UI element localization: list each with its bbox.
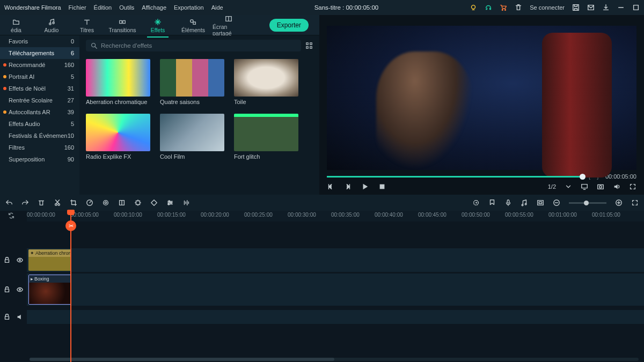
zoom-in-icon[interactable] bbox=[615, 199, 623, 206]
scissors-icon[interactable]: ✂ bbox=[65, 220, 76, 231]
speed-icon[interactable] bbox=[86, 199, 93, 206]
effect-item-5[interactable]: Fort glitch bbox=[234, 114, 298, 160]
effect-item-2[interactable]: Toile bbox=[234, 59, 298, 105]
svg-point-26 bbox=[105, 202, 107, 204]
effect-item-1[interactable]: Quatre saisons bbox=[160, 59, 224, 105]
track-body[interactable]: ▸Boxing bbox=[27, 274, 644, 306]
prev-frame-icon[interactable] bbox=[327, 183, 334, 190]
titlebar: Wondershare Filmora Fichier Édition Outi… bbox=[0, 0, 644, 15]
tab-titres[interactable]: Titres bbox=[71, 17, 103, 33]
sidebar-item-5[interactable]: Rentrée Scolaire27 bbox=[0, 94, 79, 106]
export-button[interactable]: Exporter bbox=[269, 19, 309, 32]
effect-clip[interactable]: ✦Aberration chrom bbox=[28, 249, 71, 271]
eye-icon[interactable] bbox=[16, 286, 24, 293]
voiceover-icon[interactable] bbox=[504, 199, 512, 206]
mail-icon[interactable] bbox=[587, 4, 595, 11]
zoom-out-icon[interactable] bbox=[553, 199, 560, 206]
tab-effets[interactable]: Effets bbox=[142, 17, 174, 33]
redo-icon[interactable] bbox=[21, 199, 29, 206]
snapshot-icon[interactable] bbox=[597, 183, 604, 190]
sidebar-item-1[interactable]: Téléchargements6 bbox=[0, 47, 79, 59]
sidebar-item-0[interactable]: Favoris0 bbox=[0, 35, 79, 47]
grid-view-icon[interactable] bbox=[305, 42, 313, 49]
minimize-icon[interactable] bbox=[617, 4, 625, 11]
menu-affichage[interactable]: Affichage bbox=[142, 4, 166, 11]
audio-sync-icon[interactable] bbox=[182, 199, 190, 206]
audio-mixer-icon[interactable] bbox=[521, 199, 528, 206]
sidebar-item-7[interactable]: Effets Audio5 bbox=[0, 118, 79, 130]
effect-item-3[interactable]: Radio Explike FX bbox=[86, 114, 150, 160]
sidebar-item-2[interactable]: Recommandé160 bbox=[0, 59, 79, 71]
sidebar-item-6[interactable]: Autocollants AR39 bbox=[0, 106, 79, 118]
preview-scrubber[interactable] bbox=[327, 176, 583, 178]
tab-elements[interactable]: Éléments bbox=[177, 17, 209, 33]
sidebar-item-3[interactable]: Portrait AI5 bbox=[0, 71, 79, 83]
eye-icon[interactable] bbox=[16, 256, 24, 264]
headset-icon[interactable] bbox=[485, 4, 492, 11]
crop-icon[interactable] bbox=[70, 199, 77, 206]
sidebar-item-9[interactable]: Filtres160 bbox=[0, 142, 79, 153]
timeline-sync-icon[interactable] bbox=[8, 212, 15, 219]
sidebar-item-4[interactable]: Effets de Noël31 bbox=[0, 83, 79, 94]
connect-button[interactable]: Se connecter bbox=[530, 4, 565, 11]
preview-content bbox=[542, 33, 612, 178]
media-tabs: édia Audio Titres Transitions Effets Élé… bbox=[0, 15, 319, 35]
menu-exportation[interactable]: Exportation bbox=[174, 4, 204, 11]
tab-audio[interactable]: Audio bbox=[35, 17, 68, 33]
zoom-slider[interactable] bbox=[569, 202, 606, 204]
save-icon[interactable] bbox=[572, 4, 580, 11]
cut-icon[interactable] bbox=[54, 199, 61, 206]
tab-transitions[interactable]: Transitions bbox=[106, 17, 138, 33]
sparkle-icon: ✦ bbox=[30, 250, 34, 256]
tab-splitscreen[interactable]: Écran partagé bbox=[213, 13, 245, 36]
timeline-ruler[interactable]: 00:00:00:0000:00:05:0000:00:10:0000:00:1… bbox=[27, 211, 644, 221]
effect-item-4[interactable]: Cool Film bbox=[160, 114, 224, 160]
search-input[interactable]: Recherche d'effets bbox=[86, 40, 301, 51]
track-body[interactable] bbox=[27, 310, 644, 324]
volume-icon[interactable] bbox=[613, 183, 620, 190]
lock-icon[interactable] bbox=[3, 256, 11, 264]
fullscreen-icon[interactable] bbox=[629, 183, 636, 190]
preview-scale[interactable]: 1/2 bbox=[548, 183, 556, 190]
play-icon[interactable] bbox=[361, 183, 369, 190]
idea-icon[interactable] bbox=[470, 4, 477, 11]
menu-outils[interactable]: Outils bbox=[119, 4, 134, 11]
keyframe-icon[interactable] bbox=[150, 199, 158, 206]
maximize-icon[interactable] bbox=[632, 4, 640, 11]
tab-media[interactable]: édia bbox=[0, 17, 32, 33]
video-clip[interactable]: ▸Boxing bbox=[28, 275, 71, 305]
svg-point-1 bbox=[502, 10, 503, 11]
target-icon[interactable] bbox=[134, 199, 142, 206]
adjust-icon[interactable] bbox=[166, 199, 174, 206]
zoom-fit-icon[interactable] bbox=[631, 199, 639, 206]
render-icon[interactable] bbox=[472, 199, 480, 206]
lock-icon[interactable] bbox=[3, 313, 11, 321]
marker-icon[interactable] bbox=[488, 199, 496, 206]
menu-edition[interactable]: Édition bbox=[94, 4, 112, 11]
download-icon[interactable] bbox=[602, 4, 610, 11]
chevron-down-icon[interactable] bbox=[565, 183, 572, 190]
playhead[interactable]: ✂ bbox=[70, 211, 71, 362]
timeline-scrollbar[interactable] bbox=[30, 358, 639, 361]
track-body[interactable]: ✦Aberration chrom bbox=[27, 248, 644, 272]
delete-icon[interactable] bbox=[38, 199, 45, 206]
monitor-icon[interactable] bbox=[581, 183, 588, 190]
color-icon[interactable] bbox=[102, 199, 109, 206]
svg-rect-18 bbox=[380, 184, 385, 189]
app-name: Wondershare Filmora bbox=[4, 4, 61, 11]
greenscreen-icon[interactable] bbox=[118, 199, 126, 206]
preview-video[interactable] bbox=[327, 26, 636, 170]
menu-aide[interactable]: Aide bbox=[211, 4, 223, 11]
effect-item-0[interactable]: Aberration chromatique bbox=[86, 59, 150, 105]
menu-fichier[interactable]: Fichier bbox=[69, 4, 86, 11]
next-frame-icon[interactable] bbox=[344, 183, 352, 190]
cart-icon[interactable] bbox=[500, 4, 507, 11]
safe-zone-icon[interactable] bbox=[537, 199, 544, 206]
sidebar-item-10[interactable]: Superposition90 bbox=[0, 153, 79, 165]
sidebar-item-8[interactable]: Festivals & Événemen10 bbox=[0, 130, 79, 142]
lock-icon[interactable] bbox=[3, 286, 11, 293]
stop-icon[interactable] bbox=[378, 183, 386, 190]
speaker-icon[interactable] bbox=[16, 313, 24, 321]
trash-icon[interactable] bbox=[515, 4, 522, 11]
undo-icon[interactable] bbox=[5, 199, 13, 206]
